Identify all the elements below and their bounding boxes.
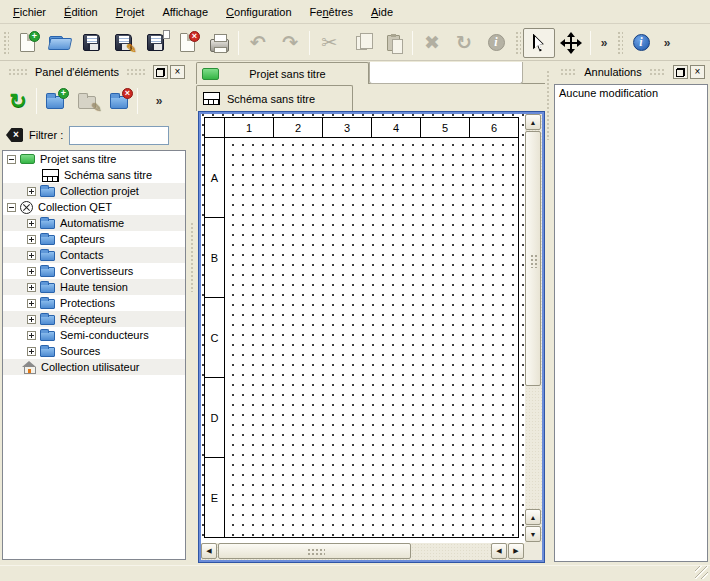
undo-button[interactable]: ↶ bbox=[242, 28, 274, 58]
toolbar-drag-handle[interactable] bbox=[616, 30, 623, 56]
reload-collections-button[interactable]: ↻ bbox=[2, 86, 34, 116]
close-panel-button[interactable]: × bbox=[690, 65, 705, 79]
collapse-icon[interactable] bbox=[7, 203, 16, 212]
undo-panel-dock: Annulations × Aucune modification bbox=[552, 62, 708, 565]
element-info-button[interactable]: i bbox=[480, 28, 512, 58]
close-document-button[interactable]: × bbox=[171, 28, 203, 58]
undo-list-item[interactable]: Aucune modification bbox=[555, 85, 707, 101]
tree-item-protections[interactable]: Protections bbox=[3, 295, 185, 311]
pointer-mode-button[interactable] bbox=[523, 28, 555, 58]
new-category-button[interactable]: + bbox=[39, 86, 71, 116]
expand-icon[interactable] bbox=[27, 187, 36, 196]
expand-icon[interactable] bbox=[27, 219, 36, 228]
scroll-up-button-2[interactable]: ▲ bbox=[525, 509, 541, 525]
menu-aide[interactable]: Aide bbox=[362, 3, 402, 21]
expand-icon[interactable] bbox=[27, 267, 36, 276]
print-button[interactable] bbox=[203, 28, 235, 58]
tree-item-collection-projet[interactable]: Collection projet bbox=[3, 183, 185, 199]
scroll-left-button[interactable]: ◀ bbox=[201, 543, 217, 559]
tree-item-semi-conducteurs[interactable]: Semi-conducteurs bbox=[3, 327, 185, 343]
right-splitter[interactable] bbox=[545, 62, 552, 565]
save-all-button[interactable] bbox=[139, 28, 171, 58]
scroll-up-button[interactable]: ▲ bbox=[525, 114, 541, 130]
expand-icon[interactable] bbox=[27, 347, 36, 356]
row-header-B: B bbox=[204, 217, 225, 298]
float-panel-button[interactable] bbox=[153, 65, 168, 79]
delete-icon: ✖ bbox=[424, 33, 440, 52]
horizontal-scrollbar[interactable]: ◀ ◀ ▶ bbox=[201, 543, 525, 560]
elements-panel-title: Panel d'éléments bbox=[33, 66, 121, 78]
scroll-right-button[interactable]: ▶ bbox=[508, 543, 524, 559]
tree-item-label: Collection projet bbox=[60, 185, 139, 197]
toolbar-drag-handle[interactable] bbox=[2, 30, 9, 56]
scrollbar-corner bbox=[525, 543, 542, 560]
expand-icon[interactable] bbox=[27, 331, 36, 340]
expand-icon[interactable] bbox=[27, 283, 36, 292]
tree-item-collection-utilisateur[interactable]: Collection utilisateur bbox=[3, 359, 185, 375]
open-document-button[interactable] bbox=[43, 28, 75, 58]
expand-icon[interactable] bbox=[27, 299, 36, 308]
scroll-left-button-2[interactable]: ◀ bbox=[491, 543, 507, 559]
vertical-scroll-thumb[interactable] bbox=[525, 131, 541, 386]
panel-overflow-button[interactable]: » bbox=[148, 86, 170, 116]
tree-item-contacts[interactable]: Contacts bbox=[3, 247, 185, 263]
toolbar-drag-handle[interactable] bbox=[514, 30, 521, 56]
horizontal-scroll-thumb[interactable] bbox=[218, 543, 411, 559]
close-panel-button[interactable]: × bbox=[170, 65, 185, 79]
redo-button[interactable]: ↷ bbox=[274, 28, 306, 58]
tree-item-collection-qet[interactable]: Collection QET bbox=[3, 199, 185, 215]
page-overlay-icon bbox=[163, 30, 170, 39]
save-button[interactable] bbox=[75, 28, 107, 58]
expand-icon[interactable] bbox=[27, 235, 36, 244]
edit-category-button[interactable]: ✎ bbox=[71, 86, 103, 116]
tree-item-label: Capteurs bbox=[60, 233, 105, 245]
menu-affichage[interactable]: Affichage bbox=[153, 3, 217, 21]
tree-item-label: Collection utilisateur bbox=[41, 361, 139, 373]
new-document-button[interactable]: + bbox=[11, 28, 43, 58]
toolbar-separator bbox=[590, 31, 591, 55]
diagram-tab[interactable]: Schéma sans titre bbox=[196, 85, 353, 111]
scroll-down-button[interactable]: ▼ bbox=[525, 526, 541, 542]
copy-button[interactable] bbox=[345, 28, 377, 58]
pointer-icon bbox=[531, 34, 547, 52]
menu-fenetres[interactable]: Fenêtres bbox=[301, 3, 362, 21]
move-mode-button[interactable] bbox=[555, 28, 587, 58]
float-panel-button[interactable] bbox=[673, 65, 688, 79]
toolbar-overflow-button[interactable]: » bbox=[657, 28, 677, 58]
project-tab[interactable]: Projet sans titre bbox=[196, 62, 369, 84]
tree-item-projet-sans-titre[interactable]: Projet sans titre bbox=[3, 151, 185, 167]
undo-panel-title: Annulations bbox=[582, 66, 644, 78]
menu-projet[interactable]: Projet bbox=[107, 3, 154, 21]
tree-item-sche-ma-sans-titre[interactable]: Schéma sans titre bbox=[3, 167, 185, 183]
cut-button[interactable]: ✂ bbox=[313, 28, 345, 58]
delete-category-button[interactable]: × bbox=[103, 86, 135, 116]
filter-input[interactable] bbox=[69, 126, 169, 145]
clear-filter-icon[interactable]: × bbox=[6, 128, 23, 142]
menu-edition[interactable]: Édition bbox=[55, 3, 107, 21]
tree-item-automatisme[interactable]: Automatisme bbox=[3, 215, 185, 231]
dock-texture bbox=[126, 68, 146, 76]
tree-item-haute-tension[interactable]: Haute tension bbox=[3, 279, 185, 295]
undo-list[interactable]: Aucune modification bbox=[554, 84, 708, 562]
menu-configuration[interactable]: Configuration bbox=[217, 3, 300, 21]
size-grip[interactable] bbox=[695, 566, 708, 579]
diagram-canvas[interactable]: 123456 ABCDE bbox=[201, 114, 525, 543]
menu-fichier[interactable]: Fichier bbox=[4, 3, 55, 21]
save-as-button[interactable]: ✎ bbox=[107, 28, 139, 58]
vertical-scrollbar[interactable]: ▲ ▲ ▼ bbox=[525, 114, 542, 543]
element-tree[interactable]: Projet sans titreSchéma sans titreCollec… bbox=[2, 150, 186, 560]
rotate-button[interactable]: ↻ bbox=[448, 28, 480, 58]
tree-item-sources[interactable]: Sources bbox=[3, 343, 185, 359]
collapse-icon[interactable] bbox=[7, 155, 16, 164]
left-splitter[interactable] bbox=[188, 62, 196, 565]
tree-item-convertisseurs[interactable]: Convertisseurs bbox=[3, 263, 185, 279]
toolbar-overflow-button[interactable]: » bbox=[594, 28, 614, 58]
about-qet-button[interactable]: i bbox=[625, 28, 657, 58]
column-header-6: 6 bbox=[469, 117, 519, 138]
expand-icon[interactable] bbox=[27, 251, 36, 260]
tree-item-re-cepteurs[interactable]: Récepteurs bbox=[3, 311, 185, 327]
tree-item-capteurs[interactable]: Capteurs bbox=[3, 231, 185, 247]
delete-button[interactable]: ✖ bbox=[416, 28, 448, 58]
expand-icon[interactable] bbox=[27, 315, 36, 324]
paste-button[interactable] bbox=[377, 28, 409, 58]
